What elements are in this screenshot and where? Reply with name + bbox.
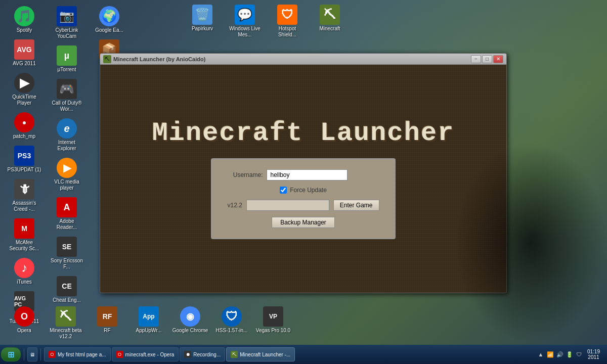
desktop-icon-chrome[interactable]: ◉ Google Chrome — [170, 304, 210, 342]
launcher-form: Username: Force Update v12.2 Enter Game … — [211, 158, 395, 239]
opera-label: Opera — [17, 328, 31, 334]
desktop-icon-vlc[interactable]: ▶ VLC media player — [47, 156, 87, 193]
window-controls: − □ ✕ — [471, 55, 503, 63]
desktop-icon-spotify[interactable]: 🎵 Spotify — [4, 4, 45, 35]
minecraft-desktop-icon: ⛏ — [320, 5, 340, 25]
desktop-icon-cyberlink[interactable]: 📷 CyberLink YouCam — [47, 4, 87, 41]
ps3-label: PS3UPDAT (1) — [8, 167, 41, 173]
minimize-button[interactable]: − — [471, 55, 481, 63]
close-button[interactable]: ✕ — [493, 55, 503, 63]
sony-label: Sony Ericsson F... — [49, 258, 85, 270]
recording-icon: ⏺ — [184, 351, 191, 358]
assassin-label: Assassin's Creed -... — [6, 200, 42, 212]
taskbar-divider-1 — [24, 348, 24, 360]
desktop-icon-assassin[interactable]: 🗡 Assassin's Creed -... — [4, 177, 45, 214]
desktop-icon-itunes[interactable]: ♪ iTunes — [4, 256, 45, 287]
desktop: 🎵 Spotify AVG AVG 2011 ▶ QuickTime Playe… — [0, 0, 607, 364]
desktop-icon-rf[interactable]: RF RF — [87, 304, 127, 342]
desktop-icon-hss[interactable]: 🛡 HSS-1.57-in... — [211, 304, 252, 342]
version-input[interactable] — [246, 200, 329, 211]
desktop-icon-ie[interactable]: e Internet Explorer — [47, 116, 87, 154]
taskbar-item-mc-launcher[interactable]: ⛏ Minecraft Launcher -... — [226, 347, 295, 361]
desktop-icon-qtp[interactable]: ▶ QuickTime Player — [4, 71, 45, 108]
desktop-icon-ps3[interactable]: PS3 PS3UPDAT (1) — [4, 144, 45, 175]
desktop-icon-adobe[interactable]: A Adobe Reader... — [47, 195, 87, 233]
callofduty-icon: 🎮 — [57, 79, 77, 99]
cyberlink-icon: 📷 — [57, 6, 77, 26]
ie-icon: e — [57, 118, 77, 139]
taskbar-item-opera-mc[interactable]: O minecraft.exe - Opera — [112, 347, 179, 361]
desktop-icon-appup[interactable]: App AppUpWr... — [128, 304, 169, 342]
taskbar-item-recording[interactable]: ⏺ Recording... — [180, 347, 225, 361]
desktop-icon-patch[interactable]: ● patch_mp — [4, 110, 45, 142]
hss-icon: 🛡 — [222, 306, 242, 327]
papirkurv-label: Papirkurv — [192, 26, 213, 32]
desktop-icon-callofduty[interactable]: 🎮 Call of Duty® Wor... — [47, 77, 87, 114]
ps3-icon: PS3 — [14, 146, 34, 166]
backup-manager-button[interactable]: Backup Manager — [272, 217, 335, 228]
window-title-text: Minecraft Launcher (by AnioCaido) — [113, 56, 469, 62]
hotspot-label: Hotspot Shield... — [269, 26, 306, 38]
hotspot-icon: 🛡 — [277, 5, 297, 25]
desktop-icon-hotspot[interactable]: 🛡 Hotspot Shield... — [267, 3, 308, 40]
start-button[interactable]: ⊞ — [1, 347, 21, 361]
username-label: Username: — [227, 171, 263, 178]
window-title-icon: ⛏ — [103, 55, 111, 63]
top-right-icons: 🗑️ Papirkurv 💬 Windows Live Mes... 🛡 Hot… — [182, 3, 350, 40]
desktop-icon-papirkurv[interactable]: 🗑️ Papirkurv — [182, 3, 223, 40]
tray-icons: ▲ 📶 🔊 🔋 🛡 — [537, 350, 583, 358]
desktop-icon-wlm[interactable]: 💬 Windows Live Mes... — [225, 3, 265, 40]
patch-label: patch_mp — [13, 133, 35, 140]
quicktime-icon: ▶ — [14, 73, 34, 93]
hss-label: HSS-1.57-in... — [216, 328, 248, 334]
taskbar-divider-2 — [40, 348, 41, 360]
patch-icon: ● — [14, 112, 34, 132]
itunes-icon: ♪ — [14, 258, 34, 278]
minecraft-desktop-label: Minecraft — [319, 26, 340, 32]
avg2011-icon: AVG — [14, 39, 34, 60]
taskbar-item-mc-launcher-label: Minecraft Launcher -... — [240, 352, 290, 357]
wlm-icon: 💬 — [235, 5, 255, 25]
desktop-icon-vegas[interactable]: VP Vegas Pro 10.0 — [253, 304, 293, 342]
tray-icon-1: ▲ — [537, 350, 545, 358]
taskbar-item-html-label: My first html page a... — [58, 352, 106, 357]
version-row: v12.2 Enter Game — [227, 200, 379, 211]
adobe-label: Adobe Reader... — [49, 218, 85, 231]
force-update-label: Force Update — [290, 187, 327, 194]
desktop-icon-opera[interactable]: O Opera — [4, 304, 45, 342]
username-input[interactable] — [267, 169, 348, 180]
cyberlink-label: CyberLink YouCam — [49, 27, 85, 39]
taskbar-item-html[interactable]: O My first html page a... — [44, 347, 111, 361]
desktop-icon-cheat[interactable]: CE Cheat Eng... — [47, 274, 87, 305]
desktop-icon-utorrent[interactable]: µ µTorrent — [47, 43, 87, 75]
google-earth-icon: 🌍 — [99, 6, 119, 26]
desktop-icon-sony[interactable]: SE Sony Ericsson F... — [47, 235, 87, 272]
spotify-label: Spotify — [17, 27, 32, 33]
opera-mc-icon: O — [116, 351, 123, 358]
version-text: v12.2 — [227, 202, 242, 209]
desktop-icon-mcbeta[interactable]: ⛏ Minecraft beta v12.2 — [46, 304, 86, 342]
clock-time: 01:19 — [587, 349, 600, 354]
desktop-icon-googlee[interactable]: 🌍 Google Ea... — [89, 4, 129, 35]
mcafee-label: McAfee Security Sc... — [6, 240, 42, 252]
show-desktop-button[interactable]: 🖥 — [27, 347, 37, 361]
force-update-checkbox[interactable] — [280, 187, 287, 194]
cheat-icon: CE — [57, 276, 77, 296]
desktop-icon-mcafee[interactable]: M McAfee Security Sc... — [4, 216, 45, 254]
maximize-button[interactable]: □ — [482, 55, 492, 63]
googlee-label: Google Ea... — [95, 27, 123, 33]
wlm-label: Windows Live Mes... — [227, 26, 263, 38]
minecraft-launcher-title: Minecraft Launcher — [152, 118, 455, 148]
taskbar: ⊞ 🖥 O My first html page a... O minecraf… — [0, 345, 607, 364]
system-clock: 01:19 2011 — [585, 349, 602, 360]
window-titlebar: ⛏ Minecraft Launcher (by AnioCaido) − □ … — [100, 54, 506, 65]
system-tray: ▲ 📶 🔊 🔋 🛡 01:19 2011 — [533, 349, 606, 360]
chrome-icon: ◉ — [180, 306, 200, 327]
desktop-icon-minecraft-top[interactable]: ⛏ Minecraft — [310, 3, 350, 40]
appup-icon: App — [139, 306, 159, 327]
desktop-icon-avg2011[interactable]: AVG AVG 2011 — [4, 37, 45, 69]
show-desktop-icon: 🖥 — [30, 352, 35, 357]
adobe-icon: A — [57, 197, 77, 217]
enter-game-button[interactable]: Enter Game — [333, 200, 379, 211]
username-row: Username: — [227, 169, 379, 180]
